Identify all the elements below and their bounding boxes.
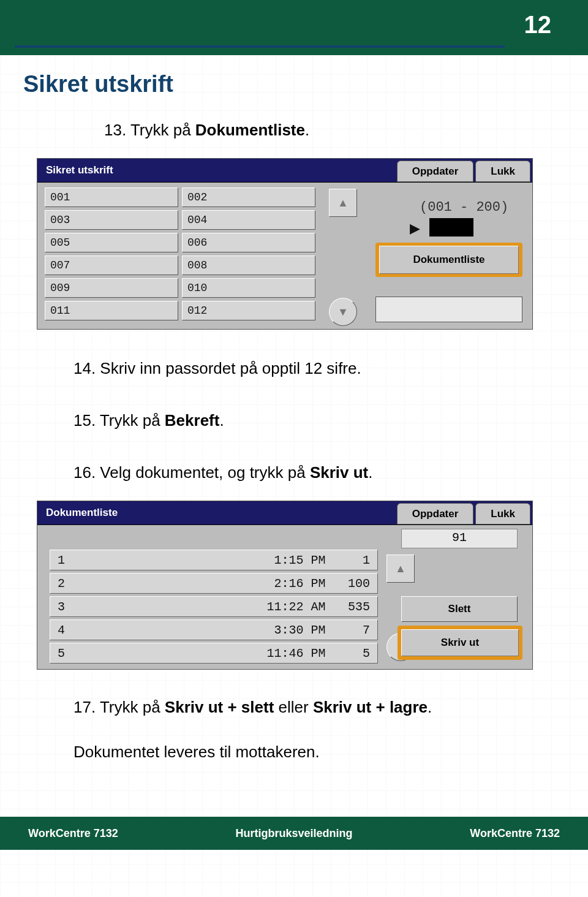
footer-center: Hurtigbruksveiledning: [235, 827, 352, 840]
panel1-input-box[interactable]: [375, 297, 522, 322]
list-item[interactable]: 009: [45, 278, 178, 298]
delete-button[interactable]: Slett: [401, 596, 518, 622]
print-highlight: Skriv ut: [398, 626, 522, 660]
step-13-post: .: [305, 121, 309, 139]
row-count: 535: [340, 600, 370, 614]
range-label: (001 - 200): [420, 200, 508, 215]
footer-band: WorkCentre 7132 Hurtigbruksveiledning Wo…: [0, 817, 588, 850]
list-item[interactable]: 008: [182, 255, 315, 275]
step-17: 17. Trykk på Skriv ut + slett eller Skri…: [74, 698, 551, 717]
table-row[interactable]: 3 11:22 AM 535: [50, 596, 378, 617]
scroll-up-button[interactable]: ▲: [329, 189, 357, 217]
step-16-bold: Skriv ut: [310, 463, 368, 482]
list-item[interactable]: 001: [45, 187, 178, 207]
step-13-bold: Dokumentliste: [195, 121, 305, 139]
play-icon: ▶: [410, 221, 420, 237]
row-time: 2:16 PM: [236, 577, 341, 591]
step-17-mid: eller: [274, 698, 313, 716]
row-count: 7: [340, 623, 370, 637]
step-15-post: .: [219, 411, 224, 430]
panel-sikret-utskrift: Sikret utskrift Oppdater Lukk 001 003 00…: [37, 158, 533, 330]
row-id: 2: [58, 577, 236, 591]
list-item[interactable]: 002: [182, 187, 315, 207]
row-id: 5: [58, 646, 236, 660]
row-time: 1:15 PM: [236, 553, 341, 567]
list-item[interactable]: 003: [45, 210, 178, 230]
panel1-title: Sikret utskrift: [37, 159, 397, 182]
step-14: 14. Skriv inn passordet på opptil 12 sif…: [74, 359, 551, 378]
list-item[interactable]: 004: [182, 210, 315, 230]
panel2-update-button[interactable]: Oppdater: [397, 503, 474, 524]
row-id: 3: [58, 600, 236, 614]
table-row[interactable]: 4 3:30 PM 7: [50, 619, 378, 640]
panel2-title: Dokumentliste: [37, 501, 397, 524]
step-13: 13. Trykk på Dokumentliste.: [104, 121, 551, 140]
step-15-pre: 15. Trykk på: [74, 411, 165, 430]
step-17-post: .: [428, 698, 432, 716]
header-band: 12: [0, 0, 588, 55]
list-item[interactable]: 005: [45, 233, 178, 252]
row-id: 4: [58, 623, 236, 637]
row-time: 11:46 PM: [236, 646, 341, 660]
counter-display: 91: [401, 529, 518, 548]
step-15-bold: Bekreft: [165, 411, 220, 430]
step-17-pre: 17. Trykk på: [74, 698, 165, 716]
table-row[interactable]: 2 2:16 PM 100: [50, 573, 378, 594]
row-count: 100: [340, 577, 370, 591]
panel1-titlebar: Sikret utskrift Oppdater Lukk: [37, 159, 532, 183]
step-15: 15. Trykk på Bekreft.: [74, 411, 551, 430]
page-title: Sikret utskrift: [23, 71, 588, 97]
panel1-update-button[interactable]: Oppdater: [397, 161, 474, 182]
footer-right: WorkCentre 7132: [470, 827, 560, 840]
header-rule: [15, 45, 505, 48]
list-item[interactable]: 007: [45, 255, 178, 275]
row-count: 5: [340, 646, 370, 660]
table-row[interactable]: 1 1:15 PM 1: [50, 550, 378, 570]
row-id: 1: [58, 553, 236, 567]
print-button[interactable]: Skriv ut: [401, 629, 519, 656]
panel2-close-button[interactable]: Lukk: [475, 503, 530, 524]
step-17-b1: Skriv ut + slett: [165, 698, 274, 716]
step-17-b2: Skriv ut + lagre: [313, 698, 428, 716]
step-13-pre: 13. Trykk på: [104, 121, 195, 139]
scroll-down-button[interactable]: ▼: [329, 298, 357, 326]
dokumentliste-button[interactable]: Dokumentliste: [379, 246, 519, 274]
panel2-titlebar: Dokumentliste Oppdater Lukk: [37, 501, 532, 525]
step-16: 16. Velg dokumentet, og trykk på Skriv u…: [74, 463, 551, 482]
list-item[interactable]: 011: [45, 301, 178, 320]
scroll-up-button[interactable]: ▲: [386, 554, 415, 583]
numeric-display: [429, 218, 473, 237]
panel-dokumentliste: Dokumentliste Oppdater Lukk 91 1 1:15 PM…: [37, 501, 533, 670]
document-rows: 1 1:15 PM 1 2 2:16 PM 100 3 11:22 AM 535: [50, 550, 378, 664]
step-18: Dokumentet leveres til mottakeren.: [74, 743, 551, 762]
table-row[interactable]: 5 11:46 PM 5: [50, 643, 378, 664]
step-16-pre: 16. Velg dokumentet, og trykk på: [74, 463, 310, 482]
list-item[interactable]: 006: [182, 233, 315, 252]
page-number: 12: [524, 11, 552, 39]
step-16-post: .: [368, 463, 372, 482]
footer-left: WorkCentre 7132: [28, 827, 118, 840]
dokumentliste-highlight: Dokumentliste: [375, 243, 522, 277]
list-item[interactable]: 010: [182, 278, 315, 298]
row-time: 3:30 PM: [236, 623, 341, 637]
row-count: 1: [340, 553, 370, 567]
panel1-close-button[interactable]: Lukk: [475, 161, 530, 182]
row-time: 11:22 AM: [236, 600, 341, 614]
list-item[interactable]: 012: [182, 301, 315, 320]
